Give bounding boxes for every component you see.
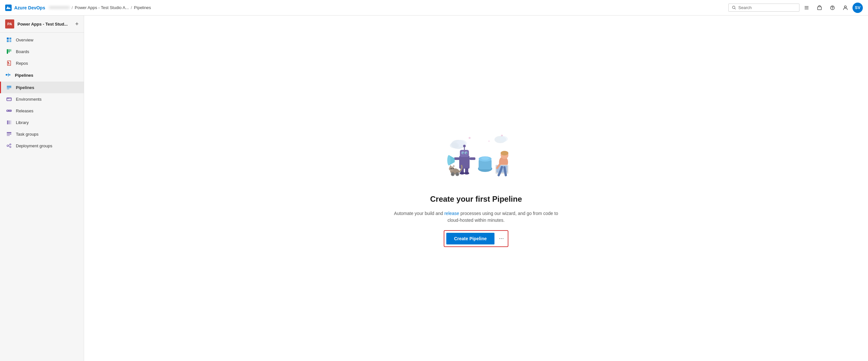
svg-rect-30	[9, 120, 10, 124]
svg-rect-55	[470, 157, 475, 160]
sidebar-item-taskgroups[interactable]: Task groups	[0, 128, 84, 140]
svg-rect-34	[7, 135, 10, 136]
svg-point-53	[463, 145, 466, 147]
azure-devops-icon	[5, 4, 12, 11]
sidebar-item-deploymentgroups[interactable]: Deployment groups	[0, 140, 84, 151]
breadcrumb-project[interactable]: Power Apps - Test Studio A...	[75, 5, 129, 10]
releases-icon	[6, 108, 12, 114]
svg-point-74	[452, 173, 454, 175]
svg-rect-15	[10, 49, 11, 52]
avatar-initials: SV	[855, 5, 860, 10]
sidebar-item-boards[interactable]: Boards	[0, 46, 84, 57]
content-area: Create your first Pipeline Automate your…	[84, 16, 868, 361]
sidebar-pipelines-label: Pipelines	[16, 85, 34, 90]
svg-point-43	[450, 142, 459, 148]
svg-point-36	[10, 144, 11, 145]
svg-point-24	[8, 98, 9, 99]
sidebar-environments-label: Environments	[16, 97, 41, 102]
svg-point-8	[844, 6, 846, 8]
svg-point-45	[499, 136, 508, 142]
sidebar-library-label: Library	[16, 120, 29, 125]
empty-state-description: Automate your build and release processe…	[392, 210, 560, 224]
user-settings-button[interactable]	[840, 2, 851, 13]
svg-point-71	[453, 168, 454, 169]
repos-icon	[6, 60, 12, 66]
app-logo[interactable]: Azure DevOps	[5, 4, 45, 11]
svg-rect-31	[11, 120, 11, 124]
search-icon	[732, 5, 736, 10]
svg-rect-32	[7, 132, 11, 133]
svg-rect-12	[9, 40, 11, 42]
svg-point-78	[501, 151, 508, 156]
sidebar-item-repos[interactable]: Repos	[0, 57, 84, 69]
svg-point-38	[469, 137, 470, 139]
sidebar-item-pipelines-group[interactable]: Pipelines	[0, 69, 84, 82]
svg-point-59	[464, 172, 469, 174]
project-name: Power Apps - Test Stud...	[18, 22, 72, 27]
svg-rect-11	[7, 40, 9, 42]
svg-rect-4	[805, 9, 808, 9]
svg-point-35	[7, 145, 9, 147]
topbar-actions: Search	[728, 2, 863, 13]
sidebar-releases-label: Releases	[16, 108, 33, 113]
breadcrumb: •••••••••••••• / Power Apps - Test Studi…	[49, 5, 724, 10]
actions-row: Create Pipeline ···	[444, 230, 508, 247]
sidebar-item-library[interactable]: Library	[0, 116, 84, 128]
svg-rect-28	[7, 120, 8, 124]
breadcrumb-page: Pipelines	[134, 5, 151, 10]
svg-rect-14	[8, 49, 10, 52]
user-avatar-button[interactable]: SV	[852, 3, 863, 13]
sidebar-project: PA Power Apps - Test Stud... +	[0, 16, 84, 33]
sidebar-item-pipelines[interactable]: Pipelines	[0, 82, 84, 93]
project-avatar: PA	[5, 20, 14, 28]
svg-rect-22	[7, 98, 11, 101]
pipelines-group-icon	[5, 72, 11, 79]
svg-point-58	[460, 172, 465, 174]
pipeline-illustration	[431, 130, 521, 188]
add-project-button[interactable]: +	[75, 21, 79, 27]
svg-rect-21	[7, 88, 9, 89]
svg-rect-10	[9, 37, 11, 39]
svg-point-17	[6, 74, 7, 76]
person-icon	[843, 5, 848, 10]
overview-icon	[6, 37, 12, 43]
svg-point-50	[462, 152, 464, 154]
svg-point-51	[466, 152, 467, 154]
bag-icon	[817, 5, 822, 10]
create-pipeline-button[interactable]: Create Pipeline	[446, 233, 494, 245]
boards-icon	[6, 49, 12, 54]
svg-rect-13	[7, 49, 8, 54]
breadcrumb-sep-2: /	[131, 5, 132, 10]
more-options-button[interactable]: ···	[497, 234, 506, 243]
release-link[interactable]: release	[444, 211, 459, 216]
help-icon	[830, 5, 835, 10]
illustration-svg	[431, 130, 521, 188]
svg-rect-5	[817, 7, 822, 10]
svg-rect-20	[7, 87, 11, 88]
sidebar-taskgroups-label: Task groups	[16, 132, 38, 137]
sidebar-item-environments[interactable]: Environments	[0, 93, 84, 105]
deploymentgroups-icon	[6, 143, 12, 148]
help-button[interactable]	[827, 2, 838, 13]
sidebar-item-overview[interactable]: Overview	[0, 34, 84, 46]
taskgroups-icon	[6, 131, 12, 137]
search-box[interactable]: Search	[728, 4, 800, 12]
sidebar-repos-label: Repos	[16, 61, 28, 66]
list-icon	[804, 5, 809, 10]
library-icon	[6, 119, 12, 125]
svg-marker-69	[453, 165, 455, 167]
svg-rect-46	[459, 156, 470, 169]
shopping-button[interactable]	[814, 2, 825, 13]
svg-point-7	[832, 9, 833, 9]
breadcrumb-sep-1: /	[71, 5, 73, 10]
empty-state-title: Create your first Pipeline	[430, 195, 522, 204]
svg-point-70	[451, 168, 452, 169]
svg-point-75	[457, 173, 458, 175]
sidebar-item-releases[interactable]: Releases	[0, 105, 84, 116]
svg-rect-47	[460, 150, 469, 157]
app-name: Azure DevOps	[14, 5, 45, 10]
sidebar: PA Power Apps - Test Stud... + Overview	[0, 16, 84, 361]
notifications-button[interactable]	[801, 2, 812, 13]
svg-point-61	[447, 155, 451, 165]
svg-rect-2	[805, 6, 808, 7]
